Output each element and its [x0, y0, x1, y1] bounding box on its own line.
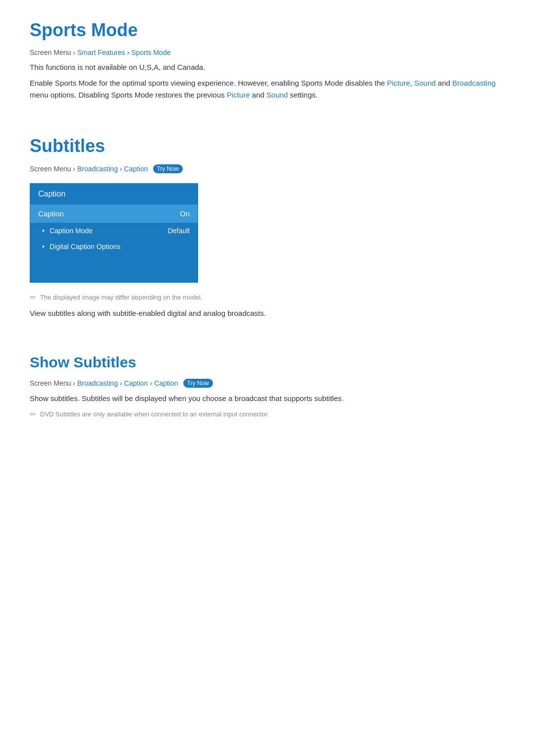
breadcrumb-caption-3[interactable]: Caption [154, 379, 178, 387]
picture-link[interactable]: Picture [387, 79, 410, 87]
divider-1 [30, 121, 505, 136]
note-icon-1: ✏ [30, 293, 36, 302]
sports-mode-breadcrumb: Screen Menu › Smart Features › Sports Mo… [30, 49, 505, 56]
digital-caption-bullet: • [42, 243, 45, 251]
caption-row[interactable]: Caption On [30, 204, 198, 223]
subtitles-breadcrumb: Screen Menu › Broadcasting › Caption Try… [30, 164, 505, 173]
breadcrumb-broadcasting[interactable]: Broadcasting [77, 165, 118, 173]
caption-mode-label: Caption Mode [50, 227, 168, 235]
breadcrumb-sep-6: › [120, 379, 122, 387]
caption-value: On [180, 209, 190, 218]
caption-panel-body: • Caption Mode Default • Digital Caption… [30, 223, 198, 282]
breadcrumb-sep-7: › [150, 379, 153, 387]
sports-mode-title: Sports Mode [30, 20, 505, 41]
breadcrumb-smart-features[interactable]: Smart Features [77, 49, 125, 56]
note-icon-2: ✏ [30, 410, 36, 419]
broadcasting-link[interactable]: Broadcasting [452, 79, 496, 87]
sound-link-2[interactable]: Sound [267, 91, 288, 99]
breadcrumb-screen-menu-2: Screen Menu [30, 165, 71, 173]
subtitles-description: View subtitles along with subtitle-enabl… [30, 307, 505, 319]
note-text-2: DVD Subtitles are only available when co… [40, 409, 269, 419]
divider-2 [30, 339, 505, 354]
sports-mode-description: Enable Sports Mode for the optimal sport… [30, 77, 505, 101]
try-now-badge-1[interactable]: Try Now [153, 164, 183, 173]
breadcrumb-sep-4: › [120, 165, 122, 173]
breadcrumb-caption[interactable]: Caption [124, 165, 148, 173]
caption-label: Caption [38, 209, 64, 218]
subtitles-note: ✏ The displayed image may differ dependi… [30, 293, 505, 302]
breadcrumb-sep-2: › [127, 49, 129, 56]
note-text-1: The displayed image may differ depending… [40, 293, 202, 302]
breadcrumb-sep-5: › [73, 379, 75, 387]
show-subtitles-title: Show Subtitles [30, 354, 505, 371]
breadcrumb-sports-mode[interactable]: Sports Mode [131, 49, 170, 56]
caption-mode-bullet: • [42, 227, 45, 235]
caption-panel-title: Caption [30, 184, 198, 204]
show-subtitles-breadcrumb: Screen Menu › Broadcasting › Caption › C… [30, 379, 505, 388]
digital-caption-row[interactable]: • Digital Caption Options [30, 239, 198, 254]
digital-caption-label: Digital Caption Options [50, 243, 120, 251]
breadcrumb-broadcasting-2[interactable]: Broadcasting [77, 379, 118, 387]
show-subtitles-description: Show subtitles. Subtitles will be displa… [30, 393, 505, 404]
try-now-badge-2[interactable]: Try Now [183, 379, 213, 388]
subtitles-section: Subtitles Screen Menu › Broadcasting › C… [30, 136, 505, 319]
show-subtitles-section: Show Subtitles Screen Menu › Broadcastin… [30, 354, 505, 419]
sports-mode-availability: This functions is not available on U,S,A… [30, 61, 505, 73]
breadcrumb-sep-1: › [73, 49, 75, 56]
picture-link-2[interactable]: Picture [227, 91, 250, 99]
caption-mode-value: Default [168, 227, 190, 235]
breadcrumb-screen-menu-3: Screen Menu [30, 379, 71, 387]
caption-panel: Caption Caption On • Caption Mode Defaul… [30, 183, 198, 283]
caption-mode-row[interactable]: • Caption Mode Default [30, 223, 198, 239]
breadcrumb-screen-menu: Screen Menu [30, 49, 71, 56]
show-subtitles-note: ✏ DVD Subtitles are only available when … [30, 409, 505, 419]
sound-link[interactable]: Sound [414, 79, 435, 87]
sports-mode-section: Sports Mode Screen Menu › Smart Features… [30, 20, 505, 101]
breadcrumb-caption-2[interactable]: Caption [124, 379, 148, 387]
breadcrumb-sep-3: › [73, 165, 75, 173]
subtitles-title: Subtitles [30, 136, 505, 156]
